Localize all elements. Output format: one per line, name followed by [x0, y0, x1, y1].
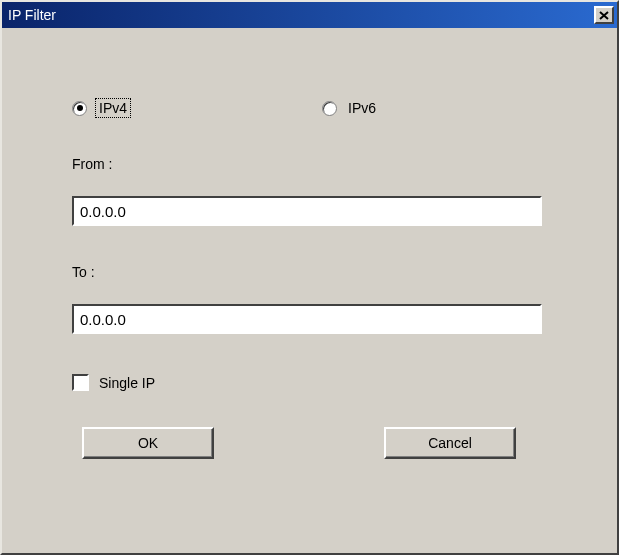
ipv4-radio[interactable]: IPv4 [72, 98, 322, 118]
radio-icon [72, 101, 87, 116]
ipv6-radio-label: IPv6 [345, 99, 379, 117]
radio-selected-dot-icon [77, 105, 83, 111]
close-icon [599, 11, 609, 20]
window-title: IP Filter [8, 7, 56, 23]
single-ip-checkbox[interactable]: Single IP [72, 374, 547, 391]
client-area: IPv4 IPv6 From : To : Single IP OK Cance… [2, 28, 617, 553]
from-label: From : [72, 156, 547, 172]
ipv4-radio-label: IPv4 [95, 98, 131, 118]
ok-button[interactable]: OK [82, 427, 214, 459]
dialog-buttons: OK Cancel [72, 427, 547, 459]
cancel-button[interactable]: Cancel [384, 427, 516, 459]
to-label: To : [72, 264, 547, 280]
ipv6-radio[interactable]: IPv6 [322, 98, 379, 118]
from-ip-input[interactable] [72, 196, 542, 226]
close-button[interactable] [594, 6, 614, 24]
titlebar: IP Filter [2, 2, 617, 28]
ip-version-radio-group: IPv4 IPv6 [72, 98, 547, 118]
single-ip-label: Single IP [99, 375, 155, 391]
checkbox-icon [72, 374, 89, 391]
to-ip-input[interactable] [72, 304, 542, 334]
radio-icon [322, 101, 337, 116]
ip-filter-dialog: IP Filter IPv4 IPv6 From : To : [0, 0, 619, 555]
